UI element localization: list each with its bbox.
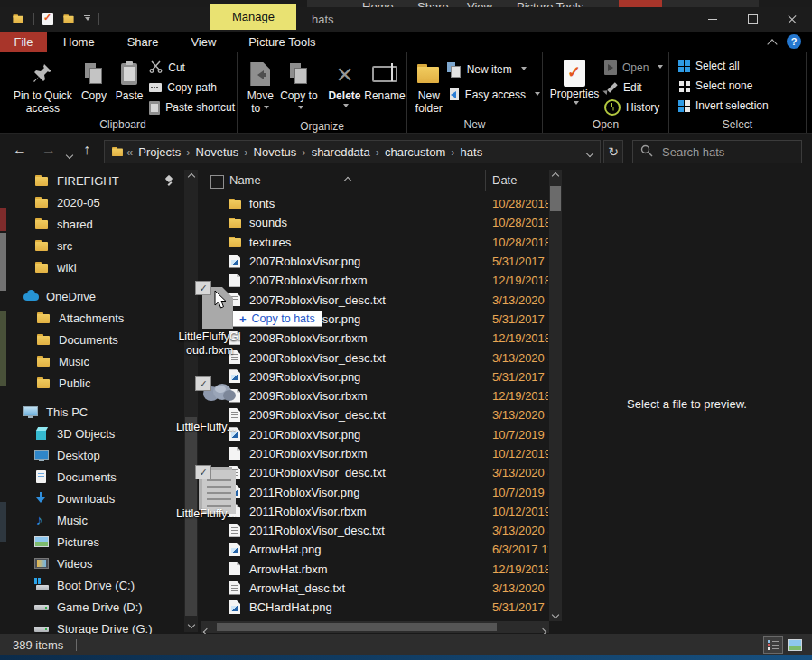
details-view-button[interactable] bbox=[763, 636, 783, 654]
rename-button[interactable]: Rename bbox=[363, 56, 406, 102]
scroll-down-arrow[interactable] bbox=[184, 622, 198, 627]
breadcrumb-segment[interactable]: Novetus bbox=[250, 145, 301, 159]
column-header-date[interactable]: Date bbox=[492, 173, 517, 187]
sidebar-item-boot-drive-c-[interactable]: Boot Drive (C:) bbox=[9, 574, 183, 596]
search-box[interactable] bbox=[632, 140, 802, 163]
breadcrumb-separator[interactable]: › bbox=[374, 145, 381, 159]
file-row[interactable]: sounds10/28/2018 bbox=[201, 213, 549, 232]
scroll-down-arrow[interactable] bbox=[549, 612, 562, 618]
tab-share[interactable]: Share bbox=[111, 32, 175, 52]
move-to-button[interactable]: Move to bbox=[241, 56, 280, 115]
paste-shortcut-button[interactable]: Paste shortcut bbox=[147, 98, 237, 117]
file-row[interactable]: 2011RobloxVisor.png10/7/2019 3 bbox=[201, 482, 549, 501]
file-row[interactable]: 2009RobloxVisor.rbxm12/19/2018 bbox=[201, 386, 549, 405]
file-row[interactable]: BCHardHat.png5/31/2017 7 bbox=[201, 598, 549, 617]
breadcrumb[interactable]: « Projects › Novetus › Novetus › sharedd… bbox=[104, 140, 601, 163]
qat-new-folder-icon[interactable] bbox=[63, 14, 75, 25]
breadcrumb-separator[interactable]: › bbox=[300, 145, 307, 159]
file-row[interactable]: 2009RobloxVisor_desc.txt3/13/2020 8 bbox=[201, 405, 549, 424]
file-row[interactable]: 2011RobloxVisor_desc.txt3/13/2020 8 bbox=[201, 521, 549, 540]
breadcrumb-segment-current[interactable]: hats bbox=[457, 145, 487, 159]
sidebar-item-pictures[interactable]: Pictures bbox=[9, 531, 183, 553]
sidebar-item-storage-drive-g-[interactable]: Storage Drive (G:) bbox=[9, 618, 183, 634]
select-all-checkbox[interactable] bbox=[210, 175, 224, 189]
history-button[interactable]: History bbox=[602, 98, 665, 117]
file-row[interactable]: 2008RobloxVisor.rbxm12/19/2018 bbox=[201, 329, 549, 348]
file-row[interactable]: textures10/28/2018 bbox=[201, 233, 549, 252]
file-row[interactable]: 2009RobloxVisor.png5/31/2017 7 bbox=[201, 367, 549, 386]
close-button[interactable] bbox=[772, 7, 812, 32]
select-all-button[interactable]: Select all bbox=[677, 56, 742, 76]
sidebar-item-wiki[interactable]: wiki bbox=[9, 256, 183, 278]
delete-button[interactable]: Delete bbox=[326, 56, 363, 110]
select-none-button[interactable]: Select none bbox=[677, 76, 754, 96]
paste-button[interactable]: Paste bbox=[111, 56, 147, 102]
large-icons-view-button[interactable] bbox=[785, 636, 805, 654]
column-divider[interactable] bbox=[485, 170, 486, 191]
new-item-button[interactable]: New item bbox=[445, 60, 542, 79]
search-input[interactable] bbox=[660, 144, 781, 160]
minimize-button[interactable] bbox=[693, 7, 733, 32]
scroll-up-arrow[interactable] bbox=[549, 173, 562, 179]
sidebar-item-onedrive[interactable]: OneDrive bbox=[9, 285, 183, 307]
breadcrumb-separator[interactable]: › bbox=[184, 145, 191, 159]
breadcrumb-segment[interactable]: charcustom bbox=[381, 145, 449, 159]
file-row[interactable]: 2008RobloxVisor_desc.txt3/13/2020 8 bbox=[201, 348, 549, 367]
refresh-button[interactable]: ↻ bbox=[603, 140, 623, 163]
new-folder-button[interactable]: New folder bbox=[413, 56, 445, 115]
file-row[interactable]: 2007RobloxVisor.rbxm12/19/2018 bbox=[201, 271, 549, 290]
sidebar-item-attachments[interactable]: Attachments bbox=[9, 307, 183, 329]
copy-button[interactable]: Copy bbox=[77, 56, 111, 102]
breadcrumb-separator[interactable]: › bbox=[242, 145, 249, 159]
edit-button[interactable]: Edit bbox=[602, 78, 665, 98]
scrollbar-thumb[interactable] bbox=[217, 623, 497, 631]
tab-view[interactable]: View bbox=[174, 32, 232, 52]
breadcrumb-overflow-icon[interactable]: « bbox=[125, 145, 135, 159]
sidebar-item-2020-05[interactable]: 2020-05 bbox=[9, 191, 183, 213]
file-row[interactable]: 2010RobloxVisor_desc.txt3/13/2020 8 bbox=[201, 463, 549, 482]
sidebar-item-music[interactable]: Music bbox=[9, 509, 183, 531]
copy-path-button[interactable]: Copy path bbox=[147, 78, 237, 98]
file-row[interactable]: fonts10/28/2018 bbox=[201, 194, 549, 213]
column-header-name[interactable]: Name bbox=[229, 173, 261, 187]
back-button[interactable]: ← bbox=[13, 142, 27, 158]
tab-file[interactable]: File bbox=[0, 32, 47, 52]
file-row[interactable]: 2007RobloxVisor_desc.txt3/13/2020 8 bbox=[201, 290, 549, 309]
breadcrumb-segment[interactable]: Projects bbox=[135, 145, 184, 159]
maximize-button[interactable] bbox=[733, 7, 772, 32]
sidebar-item-this-pc[interactable]: This PC bbox=[9, 401, 183, 423]
sidebar-item-3d-objects[interactable]: 3D Objects bbox=[9, 423, 183, 444]
scroll-up-arrow[interactable] bbox=[184, 174, 198, 180]
breadcrumb-segment[interactable]: shareddata bbox=[308, 145, 374, 159]
sidebar-item-documents[interactable]: Documents bbox=[9, 466, 183, 488]
sidebar-item-documents[interactable]: Documents bbox=[9, 329, 183, 350]
file-row[interactable]: ArrowHat.png6/3/2017 11 bbox=[201, 540, 549, 559]
address-dropdown-button[interactable] bbox=[587, 145, 593, 159]
breadcrumb-segment[interactable]: Novetus bbox=[192, 145, 243, 159]
collapse-ribbon-button[interactable] bbox=[769, 37, 776, 51]
qat-folder-icon[interactable] bbox=[13, 14, 24, 25]
file-row[interactable]: 2010RobloxVisor.png10/7/2019 3 bbox=[201, 425, 549, 444]
forward-button[interactable]: → bbox=[42, 142, 56, 158]
breadcrumb-separator[interactable]: › bbox=[449, 145, 456, 159]
manage-ribbon-tab[interactable]: Manage bbox=[210, 4, 296, 30]
sidebar-item-firefight[interactable]: FIREFIGHT bbox=[9, 170, 183, 191]
sidebar-item-downloads[interactable]: Downloads bbox=[9, 488, 183, 509]
tab-home[interactable]: Home bbox=[47, 32, 111, 52]
qat-properties-icon[interactable]: ✓ bbox=[42, 13, 53, 25]
file-row[interactable]: 2007RobloxVisor.png5/31/2017 7 bbox=[201, 252, 549, 271]
sidebar-item-desktop[interactable]: Desktop bbox=[9, 444, 183, 466]
cut-button[interactable]: Cut bbox=[147, 58, 237, 78]
qat-dropdown-icon[interactable] bbox=[84, 15, 90, 23]
sidebar-item-shared[interactable]: shared bbox=[9, 213, 183, 235]
horizontal-scrollbar[interactable] bbox=[201, 621, 549, 633]
copy-to-button[interactable]: Copy to bbox=[280, 56, 319, 115]
file-row[interactable]: 2011RobloxVisor.rbxm10/12/2019 bbox=[201, 502, 549, 521]
tab-picture-tools[interactable]: Picture Tools bbox=[232, 32, 331, 52]
sidebar-item-game-drive-d-[interactable]: Game Drive (D:) bbox=[9, 596, 183, 618]
sidebar-item-music[interactable]: Music bbox=[9, 350, 183, 372]
file-list-scrollbar[interactable] bbox=[549, 170, 562, 621]
properties-button[interactable]: Properties bbox=[546, 56, 602, 107]
sidebar-item-src[interactable]: src bbox=[9, 235, 183, 256]
sidebar-scrollbar[interactable] bbox=[184, 170, 198, 632]
